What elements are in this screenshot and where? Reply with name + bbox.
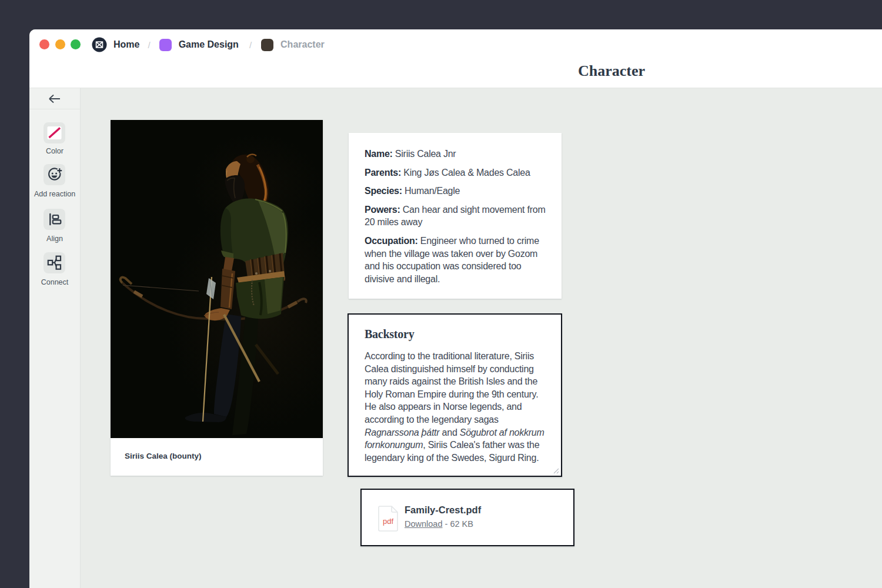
svg-text:pdf: pdf [383,517,393,526]
